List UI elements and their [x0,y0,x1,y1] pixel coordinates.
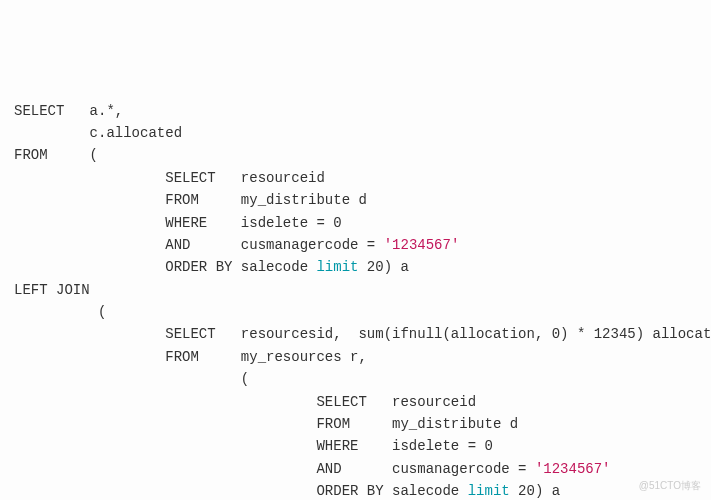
watermark-text: @51CTO博客 [639,478,701,494]
sql-code-block: SELECT a.*, c.allocatedFROM ( SELECT res… [14,100,697,500]
code-line: ( [14,301,697,323]
code-line: ORDER BY salecode limit 20) a [14,480,697,500]
code-line: FROM my_resources r, [14,346,697,368]
code-line: FROM my_distribute d [14,413,697,435]
code-line: c.allocated [14,122,697,144]
code-line: FROM ( [14,144,697,166]
code-line: SELECT resourcesid, sum(ifnull(allocatio… [14,323,697,345]
code-line: WHERE isdelete = 0 [14,212,697,234]
code-line: WHERE isdelete = 0 [14,435,697,457]
code-line: FROM my_distribute d [14,189,697,211]
code-line: ORDER BY salecode limit 20) a [14,256,697,278]
code-line: AND cusmanagercode = '1234567' [14,234,697,256]
code-line: SELECT resourceid [14,391,697,413]
code-line: ( [14,368,697,390]
code-line: LEFT JOIN [14,279,697,301]
code-line: SELECT a.*, [14,100,697,122]
code-line: SELECT resourceid [14,167,697,189]
code-line: AND cusmanagercode = '1234567' [14,458,697,480]
